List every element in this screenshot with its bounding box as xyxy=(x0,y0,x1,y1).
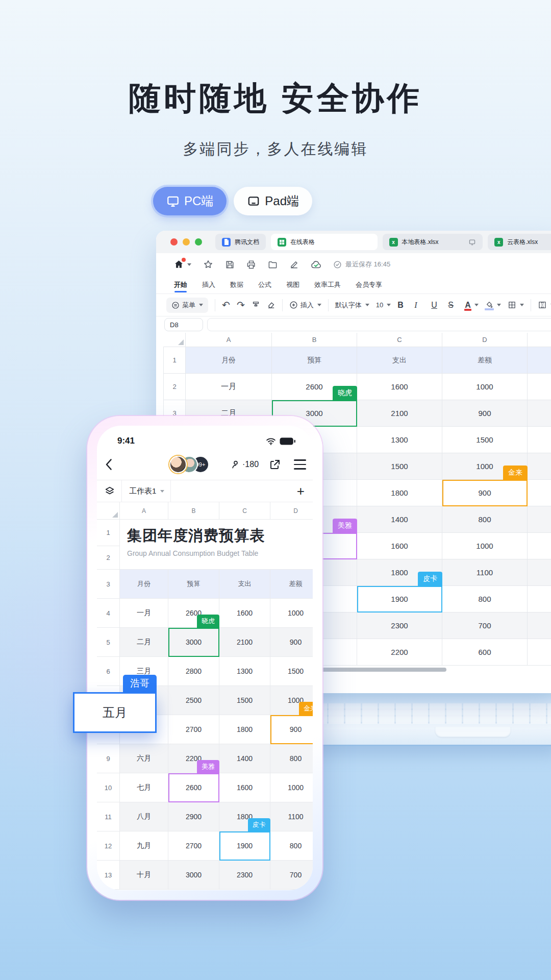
ribbon-menu-item[interactable]: 效率工具 xyxy=(314,277,341,293)
add-sheet-button[interactable]: + xyxy=(297,486,305,496)
table-cell[interactable]: 差额 xyxy=(442,347,528,374)
borders-button[interactable] xyxy=(508,301,524,309)
table-cell[interactable]: 600 xyxy=(442,639,528,666)
column-header[interactable]: D xyxy=(442,333,528,347)
ribbon-menu-item[interactable]: 插入 xyxy=(202,277,216,293)
table-cell[interactable]: 2300 xyxy=(357,612,442,639)
table-cell[interactable] xyxy=(528,612,551,639)
table-cell[interactable] xyxy=(528,559,551,586)
table-cell[interactable]: 900 xyxy=(270,628,313,657)
table-cell[interactable]: 2200 xyxy=(168,744,219,773)
table-cell[interactable]: 1900 xyxy=(219,831,270,861)
collaborator-avatars[interactable]: 99+ xyxy=(169,456,209,473)
folder-button[interactable] xyxy=(268,260,278,270)
table-cell[interactable]: 2100 xyxy=(357,400,442,427)
row-header[interactable]: 5 xyxy=(97,628,120,657)
column-header[interactable]: A xyxy=(120,502,168,520)
member-count[interactable]: ·180 xyxy=(231,459,259,470)
row-header[interactable]: 1 xyxy=(163,347,186,374)
hamburger-menu-button[interactable] xyxy=(294,459,306,469)
table-cell[interactable]: 1900 xyxy=(357,586,442,612)
cloud-sync-button[interactable] xyxy=(311,260,321,270)
table-cell[interactable]: 1800 xyxy=(219,715,270,744)
save-button[interactable] xyxy=(225,260,235,270)
table-cell[interactable] xyxy=(528,506,551,533)
table-cell[interactable]: 八月 xyxy=(120,802,168,831)
font-color-button[interactable]: A xyxy=(465,301,479,310)
select-all-corner[interactable] xyxy=(97,502,120,520)
undo-button[interactable]: ↶ xyxy=(222,299,230,311)
table-cell[interactable]: 1600 xyxy=(357,374,442,400)
tab-online-sheet[interactable]: 在线表格 xyxy=(271,234,378,250)
table-cell[interactable] xyxy=(528,400,551,427)
menu-button[interactable]: 菜单 xyxy=(166,298,208,313)
table-cell[interactable]: 支出 xyxy=(357,347,442,374)
table-cell[interactable]: 700 xyxy=(442,612,528,639)
font-family-select[interactable]: 默认字体 xyxy=(335,301,369,310)
table-cell[interactable]: 2600 xyxy=(272,374,357,400)
table-cell[interactable]: 1000 xyxy=(442,533,528,559)
table-cell[interactable]: 预算 xyxy=(272,347,357,374)
table-cell[interactable]: 2300 xyxy=(219,861,270,890)
table-cell[interactable]: 六月 xyxy=(120,744,168,773)
table-cell[interactable]: 2500 xyxy=(168,686,219,715)
clear-format-button[interactable] xyxy=(267,301,276,309)
column-header[interactable]: B xyxy=(272,333,357,347)
table-cell[interactable] xyxy=(528,586,551,612)
table-cell[interactable]: 1100 xyxy=(270,802,313,831)
table-cell[interactable]: 700 xyxy=(270,861,313,890)
table-cell[interactable] xyxy=(528,533,551,559)
insert-button[interactable]: 插入 xyxy=(289,301,321,310)
row-header[interactable]: 13 xyxy=(97,861,120,890)
table-cell[interactable]: 月份 xyxy=(186,347,272,374)
close-button[interactable] xyxy=(170,238,178,246)
row-header[interactable]: 3 xyxy=(97,570,120,599)
table-cell[interactable]: 1000 xyxy=(442,374,528,400)
table-cell[interactable]: 1000 xyxy=(442,453,528,480)
table-cell[interactable]: 1500 xyxy=(442,427,528,453)
column-header[interactable]: C xyxy=(219,502,270,520)
ribbon-menu-item[interactable]: 数据 xyxy=(230,277,244,293)
table-cell-subtitle[interactable]: Group Annual Consumption Budget Table xyxy=(120,546,313,570)
redo-button[interactable]: ↷ xyxy=(237,299,245,311)
table-cell[interactable]: 1000 xyxy=(270,686,313,715)
pad-tab-button[interactable]: Pad端 xyxy=(234,187,312,215)
table-cell[interactable]: 3000 xyxy=(168,861,219,890)
ribbon-menu-active[interactable]: 开始 xyxy=(173,277,188,293)
table-cell[interactable]: 900 xyxy=(270,715,313,744)
merge-cells-button[interactable] xyxy=(538,301,551,309)
print-button[interactable] xyxy=(246,260,256,270)
tab-cloud-sheet[interactable]: x 云表格.xlsx xyxy=(488,234,551,250)
table-cell[interactable]: 1500 xyxy=(219,686,270,715)
strikethrough-button[interactable]: S xyxy=(448,301,458,310)
column-header[interactable]: B xyxy=(168,502,219,520)
table-cell[interactable]: 1800 xyxy=(357,559,442,586)
select-all-corner[interactable] xyxy=(163,333,186,347)
table-cell[interactable]: 800 xyxy=(270,744,313,773)
table-cell[interactable]: 2600 xyxy=(168,599,219,628)
table-cell[interactable]: 支出 xyxy=(219,570,270,599)
table-cell[interactable] xyxy=(528,427,551,453)
table-cell[interactable] xyxy=(528,453,551,480)
ribbon-menu-item[interactable]: 公式 xyxy=(258,277,272,293)
row-header[interactable]: 1 xyxy=(97,520,120,546)
tab-local-sheet[interactable]: x 本地表格.xlsx xyxy=(383,234,483,250)
table-cell[interactable]: 1500 xyxy=(270,657,313,686)
table-cell[interactable]: 七月 xyxy=(120,773,168,802)
table-cell[interactable]: 800 xyxy=(442,586,528,612)
sheet-tab-current[interactable]: 工作表1 xyxy=(129,486,164,496)
share-button[interactable] xyxy=(269,458,281,471)
row-header[interactable]: 2 xyxy=(97,546,120,570)
table-cell[interactable]: 3000 xyxy=(168,628,219,657)
ribbon-menu-item[interactable]: 视图 xyxy=(286,277,300,293)
formula-input[interactable] xyxy=(207,318,551,331)
table-cell[interactable]: 1300 xyxy=(357,427,442,453)
column-header[interactable]: A xyxy=(186,333,272,347)
fill-color-button[interactable] xyxy=(485,301,501,309)
table-cell[interactable]: 2900 xyxy=(168,802,219,831)
table-cell[interactable]: 1600 xyxy=(219,773,270,802)
underline-button[interactable]: U xyxy=(431,301,441,310)
table-cell-title[interactable]: 集团年度消费预算表 xyxy=(120,520,313,546)
row-header[interactable]: 2 xyxy=(163,374,186,400)
row-header[interactable]: 9 xyxy=(97,744,120,773)
